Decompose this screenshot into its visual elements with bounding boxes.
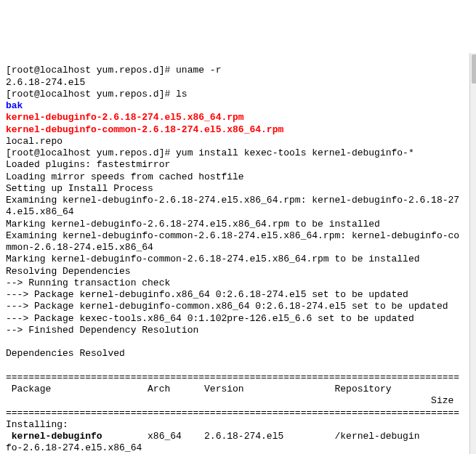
prompt: [root@localhost yum.repos.d]#: [6, 147, 176, 158]
terminal-output[interactable]: [root@localhost yum.repos.d]# uname -r 2…: [6, 65, 476, 454]
terminal-window: [root@localhost yum.repos.d]# uname -r 2…: [6, 53, 476, 454]
pkg-name: kernel-debuginfo: [6, 431, 102, 442]
section-label: Installing:: [6, 419, 68, 430]
output-line: Setting up Install Process: [6, 183, 153, 194]
output-line: Examining kernel-debuginfo-common-2.6.18…: [6, 230, 459, 241]
blank-line: [6, 360, 12, 371]
output-line: --> Finished Dependency Resolution: [6, 325, 198, 336]
output-line: Resolving Dependencies: [6, 266, 131, 277]
command: yum install kexec-tools kernel-debuginfo…: [176, 147, 414, 158]
output-line: mmon-2.6.18-274.el5.x86_64: [6, 242, 153, 253]
command: uname -r: [176, 65, 221, 76]
separator: ========================================…: [6, 372, 459, 383]
table-header: Package Arch Version Repository: [6, 384, 392, 394]
prompt: [root@localhost yum.repos.d]#: [6, 65, 176, 76]
output-line: 4.el5.x86_64: [6, 206, 74, 217]
table-header: Size: [6, 395, 453, 406]
command: ls: [176, 89, 187, 100]
output-line: Dependencies Resolved: [6, 348, 125, 359]
ls-file: local.repo: [6, 136, 62, 147]
output-line: ---> Package kexec-tools.x86_64 0:1.102p…: [6, 313, 414, 324]
output-line: 2.6.18-274.el5: [6, 77, 85, 88]
scrollbar[interactable]: [469, 53, 476, 454]
output-line: --> Running transaction check: [6, 277, 170, 288]
output-line: Loading mirror speeds from cached hostfi…: [6, 171, 244, 182]
ls-dir: bak: [6, 100, 23, 111]
separator: ========================================…: [6, 408, 459, 418]
ls-rpm: kernel-debuginfo-common-2.6.18-274.el5.x…: [6, 124, 283, 135]
output-line: ---> Package kernel-debuginfo-common.x86…: [6, 301, 448, 312]
output-line: ---> Package kernel-debuginfo.x86_64 0:2…: [6, 289, 408, 300]
scrollbar-thumb[interactable]: [472, 54, 476, 84]
prompt-line: [root@localhost yum.repos.d]# ls: [6, 89, 187, 100]
prompt-line: [root@localhost yum.repos.d]# yum instal…: [6, 147, 414, 158]
table-row: fo-2.6.18-274.el5.x86_64: [6, 442, 142, 453]
table-row: kernel-debuginfo x86_64 2.6.18-274.el5 /…: [6, 431, 420, 442]
output-line: Loaded plugins: fastestmirror: [6, 159, 170, 170]
ls-rpm: kernel-debuginfo-2.6.18-274.el5.x86_64.r…: [6, 112, 244, 123]
output-line: Marking kernel-debuginfo-common-2.6.18-2…: [6, 254, 420, 264]
prompt-line: [root@localhost yum.repos.d]# uname -r: [6, 65, 221, 76]
prompt: [root@localhost yum.repos.d]#: [6, 89, 176, 100]
pkg-detail: x86_64 2.6.18-274.el5 /kernel-debugin: [102, 431, 420, 442]
output-line: Examining kernel-debuginfo-2.6.18-274.el…: [6, 195, 459, 206]
blank-line: [6, 336, 12, 347]
output-line: Marking kernel-debuginfo-2.6.18-274.el5.…: [6, 219, 380, 230]
